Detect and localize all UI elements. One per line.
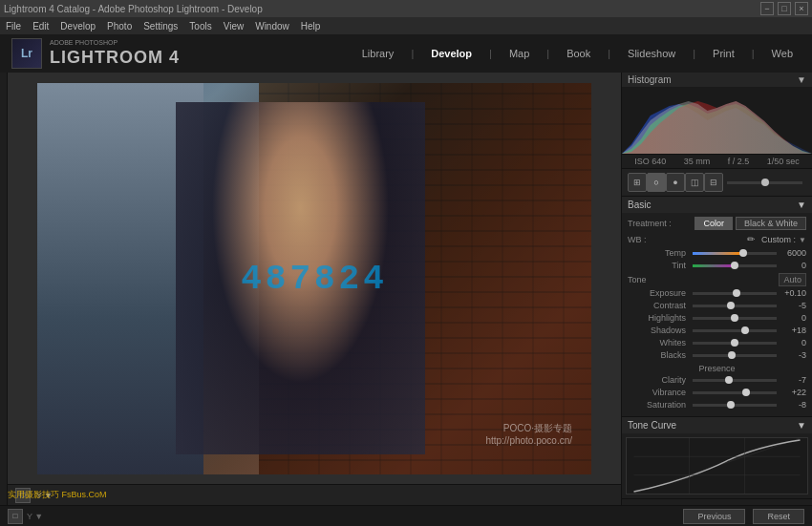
tint-label: Tint — [628, 261, 690, 270]
bottom-left: □ Y ▼ — [8, 509, 43, 524]
maximize-button[interactable]: □ — [778, 2, 791, 15]
tint-value: 0 — [780, 261, 806, 270]
menu-item-view[interactable]: View — [224, 21, 245, 32]
contrast-track[interactable] — [693, 305, 777, 307]
shadows-track[interactable] — [693, 329, 777, 332]
basic-section-header[interactable]: Basic ▼ — [622, 197, 812, 213]
view-mode-icon[interactable]: □ — [15, 488, 31, 503]
blacks-track[interactable] — [693, 354, 777, 357]
temp-slider-fill — [693, 252, 743, 255]
bw-button[interactable]: Black & White — [736, 217, 806, 230]
clarity-track[interactable] — [693, 379, 777, 382]
menu-item-develop[interactable]: Develop — [60, 21, 96, 32]
tint-slider-row: Tint 0 — [628, 261, 806, 270]
menu-item-window[interactable]: Window — [255, 21, 289, 32]
redeye-tool[interactable]: ● — [666, 173, 685, 192]
tone-curve-header[interactable]: Tone Curve ▼ — [622, 417, 812, 433]
minimize-button[interactable]: − — [760, 2, 774, 15]
exposure-value: +0.10 — [780, 288, 806, 298]
temp-slider-track[interactable] — [693, 252, 777, 255]
exposure-label: Exposure — [628, 288, 690, 298]
nav-item-library[interactable]: Library — [354, 46, 402, 61]
shadows-slider-row: Shadows +18 — [628, 326, 806, 335]
nav-separator: | — [685, 46, 703, 61]
tint-slider-fill — [693, 264, 735, 267]
bottom-xy-label[interactable]: Y ▼ — [27, 512, 43, 521]
presence-label: Presence — [628, 364, 806, 373]
menu-item-file[interactable]: File — [6, 21, 21, 32]
highlights-slider-row: Highlights 0 — [628, 313, 806, 323]
nav-item-slideshow[interactable]: Slideshow — [620, 46, 683, 61]
tone-slider-thumb[interactable] — [761, 179, 769, 186]
adjustment-brush-tool[interactable]: ⊟ — [704, 173, 723, 192]
color-button[interactable]: Color — [694, 217, 733, 230]
menu-item-tools[interactable]: Tools — [189, 21, 211, 32]
histogram-section: Histogram ▼ — [622, 73, 812, 169]
titlebar-controls: − □ × — [760, 2, 808, 15]
reset-button[interactable]: Reset — [753, 509, 804, 524]
histogram-triangle[interactable]: ▼ — [797, 74, 806, 85]
temp-slider-thumb[interactable] — [739, 249, 747, 257]
crop-tool[interactable]: ⊞ — [628, 173, 647, 192]
site-url: http://photo.poco.cn/ — [485, 435, 572, 446]
eyedropper-icon[interactable]: ✏ — [747, 234, 759, 245]
exposure-thumb[interactable] — [733, 289, 740, 297]
nav-item-map[interactable]: Map — [502, 46, 537, 61]
nav-item-web[interactable]: Web — [764, 46, 801, 61]
contrast-value: -5 — [780, 301, 806, 310]
nav-item-print[interactable]: Print — [705, 46, 742, 61]
nav-item-book[interactable]: Book — [559, 46, 598, 61]
aperture-value: f / 2.5 — [728, 157, 750, 166]
previous-button[interactable]: Previous — [683, 509, 745, 524]
contrast-thumb[interactable] — [727, 302, 735, 309]
blacks-value: -3 — [780, 350, 806, 360]
focal-value: 35 mm — [684, 157, 711, 166]
titlebar: Lightroom 4 Catalog - Adobe Photoshop Li… — [0, 0, 812, 17]
vibrance-thumb[interactable] — [742, 389, 750, 396]
bottom-view-icon[interactable]: □ — [8, 509, 23, 524]
tools-row: ⊞ ○ ● ◫ ⊟ — [622, 169, 812, 197]
saturation-track[interactable] — [693, 404, 777, 407]
menu-item-settings[interactable]: Settings — [143, 21, 178, 32]
temp-label: Temp — [628, 248, 690, 258]
spot-removal-tool[interactable]: ○ — [647, 173, 666, 192]
whites-track[interactable] — [693, 342, 777, 345]
titlebar-title: Lightroom 4 Catalog - Adobe Photoshop Li… — [4, 4, 263, 14]
clarity-thumb[interactable] — [725, 376, 733, 384]
basic-content: Treatment : Color Black & White WB : ✏ C… — [622, 213, 812, 416]
highlights-track[interactable] — [693, 317, 777, 320]
close-button[interactable]: × — [795, 2, 808, 15]
blacks-thumb[interactable] — [728, 351, 736, 359]
site-name: POCO·摄影专题 — [485, 422, 572, 435]
wb-dropdown-icon[interactable]: ▼ — [799, 236, 806, 244]
tint-slider-thumb[interactable] — [731, 262, 738, 269]
whites-thumb[interactable] — [731, 339, 738, 347]
menu-item-edit[interactable]: Edit — [32, 21, 49, 32]
saturation-label: Saturation — [628, 400, 690, 410]
xy-label[interactable]: Y ▼ — [36, 491, 53, 500]
vibrance-track[interactable] — [693, 391, 777, 394]
highlights-label: Highlights — [628, 313, 690, 323]
shadows-thumb[interactable] — [741, 326, 749, 334]
gradient-filter-tool[interactable]: ◫ — [685, 173, 704, 192]
camera-info: ISO 640 35 mm f / 2.5 1/50 sec — [622, 154, 812, 168]
menu-item-photo[interactable]: Photo — [107, 21, 132, 32]
clarity-label: Clarity — [628, 375, 690, 385]
tint-slider-track[interactable] — [693, 264, 777, 267]
highlights-thumb[interactable] — [731, 314, 738, 322]
adobe-text: ADOBE PHOTOSHOP — [50, 39, 180, 47]
shutter-value: 1/50 sec — [767, 157, 800, 166]
basic-panel: Basic ▼ Treatment : Color Black & White … — [622, 197, 812, 417]
wb-controls: ✏ Custom : ▼ — [747, 234, 806, 245]
nav-item-develop[interactable]: Develop — [423, 46, 480, 61]
nav-tabs: Library|Develop|Map|Book|Slideshow|Print… — [354, 46, 801, 61]
temp-slider-row: Temp 6000 — [628, 248, 806, 258]
left-panel — [0, 73, 8, 505]
saturation-thumb[interactable] — [727, 401, 735, 409]
clarity-slider-row: Clarity -7 — [628, 375, 806, 385]
treatment-row: Treatment : Color Black & White — [628, 217, 806, 230]
auto-button[interactable]: Auto — [779, 273, 806, 286]
menu-item-help[interactable]: Help — [301, 21, 321, 32]
exposure-track[interactable] — [693, 292, 777, 295]
photo-frame: 487824 POCO·摄影专题 http://photo.poco.cn/ — [37, 83, 591, 474]
